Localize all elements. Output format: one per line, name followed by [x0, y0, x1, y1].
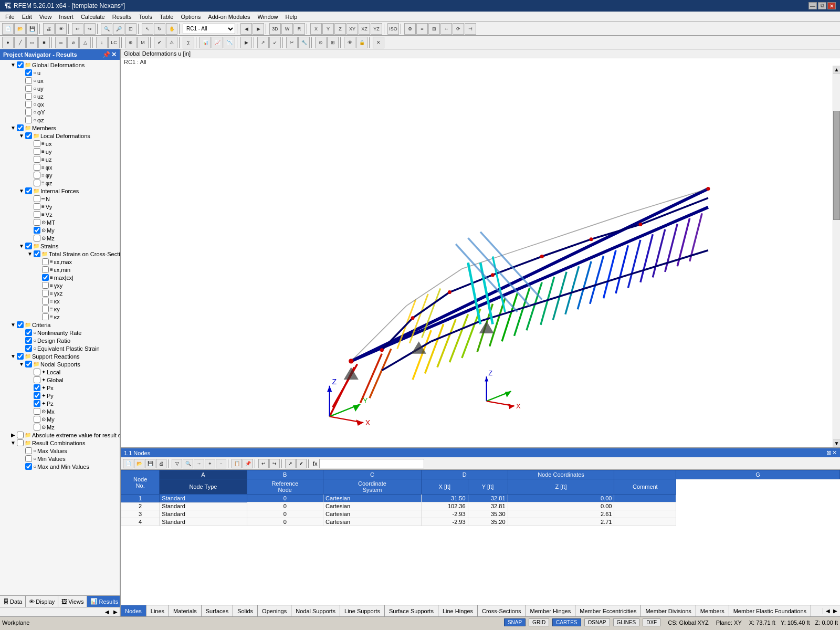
tb2-spring[interactable]: ⌀: [67, 37, 79, 48]
tb-settings2[interactable]: ≡: [416, 23, 428, 35]
tree-result-combinations[interactable]: ▼ 📁 Result Combinations: [1, 439, 119, 447]
cb-internal-forces[interactable]: [25, 187, 32, 194]
menu-edit[interactable]: Edit: [19, 13, 35, 21]
bt-copy[interactable]: 📋: [232, 459, 242, 468]
tree-ns-local[interactable]: ✦Local: [18, 368, 119, 376]
tabs-scroll-right[interactable]: ▶: [832, 608, 839, 614]
bottom-panel-close[interactable]: ✕: [832, 449, 837, 456]
cb-max-min-values[interactable]: [25, 463, 32, 470]
snap-btn[interactable]: SNAP: [504, 618, 526, 626]
print-prev-btn[interactable]: 👁: [55, 23, 67, 35]
tree-l-phix[interactable]: ≡φx: [18, 163, 119, 171]
cb-members[interactable]: [17, 124, 24, 131]
tree-ky[interactable]: ≡κy: [26, 305, 119, 313]
rotate-btn[interactable]: ↻: [154, 23, 165, 35]
cb-local-def[interactable]: [25, 132, 32, 139]
tb2-material[interactable]: M: [137, 37, 149, 48]
tree-ex-max[interactable]: ≡εx,max: [26, 258, 119, 266]
tab-surface-supports[interactable]: Surface Supports: [385, 605, 438, 616]
tree-Mz[interactable]: ⊙Mz: [18, 234, 119, 242]
expand-local-def[interactable]: ▼: [18, 133, 25, 139]
tree-l-uz[interactable]: ≡uz: [18, 155, 119, 163]
tree-Pz[interactable]: ✦Pz: [18, 400, 119, 407]
tb2-cut1[interactable]: ✂: [286, 37, 298, 48]
menu-help[interactable]: Help: [282, 13, 301, 21]
tree-strains[interactable]: ▼ 📁 Strains: [9, 242, 119, 250]
tab-nodal-supports[interactable]: Nodal Supports: [291, 605, 340, 616]
tree-max-values[interactable]: ○Max Values: [9, 447, 119, 455]
tree-l-phiy[interactable]: ≡φy: [18, 171, 119, 179]
bt-delete-row[interactable]: -: [216, 459, 226, 468]
cb-global-def[interactable]: [17, 61, 24, 68]
bt-export[interactable]: ↗: [285, 459, 296, 468]
tree-support-reactions[interactable]: ▼ 📁 Support Reactions: [1, 352, 119, 360]
table-row[interactable]: 2 Standard 0 Cartesian 102.36 32.81 0.00: [121, 502, 840, 510]
tab-member-divisions[interactable]: Member Divisions: [641, 605, 696, 616]
cb-ux[interactable]: [25, 77, 32, 84]
tab-results[interactable]: 📊Results: [87, 596, 121, 607]
cb-criteria[interactable]: [17, 321, 24, 328]
tree-criteria[interactable]: ▼ 📁 Criteria: [1, 321, 119, 329]
tree-gxz[interactable]: ≡γxz: [26, 289, 119, 297]
tb-settings3[interactable]: ⊞: [428, 23, 440, 35]
cb-ns-global[interactable]: [34, 376, 40, 383]
tree-abs-extreme[interactable]: ▶ 📁 Absolute extreme value for result co…: [1, 431, 119, 439]
bt-redo[interactable]: ↪: [269, 459, 280, 468]
tb-z[interactable]: Z: [334, 23, 346, 35]
tb-y[interactable]: Y: [322, 23, 334, 35]
cb-Myx[interactable]: [34, 416, 40, 423]
cb-u[interactable]: [25, 69, 32, 76]
next-btn[interactable]: ▶: [253, 23, 264, 35]
table-row[interactable]: 1 Standard 0 Cartesian 31.50 32.81 0.00: [121, 495, 840, 502]
tabs-scroll-left[interactable]: ◀: [824, 608, 832, 614]
expand-strains[interactable]: ▼: [18, 243, 25, 249]
cb-l-phiy[interactable]: [34, 172, 40, 178]
scroll-thumb[interactable]: [833, 111, 840, 220]
tb-render[interactable]: R: [293, 23, 305, 35]
scroll-left[interactable]: ◀: [103, 609, 111, 615]
tab-line-hinges[interactable]: Line Hinges: [438, 605, 478, 616]
cb-Mz[interactable]: [34, 235, 40, 242]
bt-print[interactable]: 🖨: [156, 459, 166, 468]
tb2-snap[interactable]: ⊙: [315, 37, 327, 48]
tb2-cut2[interactable]: 🔧: [298, 37, 310, 48]
tb2-line[interactable]: ╱: [14, 37, 26, 48]
pan-btn[interactable]: ✋: [166, 23, 177, 35]
cb-max-values[interactable]: [25, 447, 32, 454]
tree-Vz[interactable]: ≡Vz: [18, 211, 119, 218]
tab-line-supports[interactable]: Line Supports: [340, 605, 385, 616]
tb2-surface[interactable]: ▭: [26, 37, 38, 48]
minimize-button[interactable]: —: [808, 2, 817, 9]
cb-uy[interactable]: [25, 85, 32, 92]
tree-ux[interactable]: ○ux: [9, 77, 119, 85]
tree-Vy[interactable]: ≡Vy: [18, 203, 119, 211]
tree-ex-min[interactable]: ≡εx,min: [26, 266, 119, 274]
cb-abs-extreme[interactable]: [17, 432, 24, 438]
tb-yz[interactable]: YZ: [371, 23, 382, 35]
redo-btn[interactable]: ↪: [84, 23, 96, 35]
cb-Pz[interactable]: [34, 400, 40, 407]
panel-pin[interactable]: 📌: [102, 51, 110, 58]
print-btn[interactable]: 🖨: [43, 23, 55, 35]
expand-total-strains[interactable]: ▼: [26, 251, 34, 257]
tree-max-min-values[interactable]: ○Max and Min Values: [9, 463, 119, 470]
cb-gxz[interactable]: [42, 290, 49, 297]
cb-strains[interactable]: [25, 243, 32, 249]
undo-btn[interactable]: ↩: [72, 23, 83, 35]
menu-addon[interactable]: Add-on Modules: [205, 13, 253, 21]
expand-nodal-supports[interactable]: ▼: [18, 361, 25, 367]
tree-N[interactable]: ━N: [18, 195, 119, 203]
tree-l-uy[interactable]: ≡uy: [18, 148, 119, 155]
menu-calculate[interactable]: Calculate: [78, 13, 108, 21]
cb-l-phiz[interactable]: [34, 180, 40, 186]
tb2-export[interactable]: ↗: [257, 37, 269, 48]
expand-global-def[interactable]: ▼: [9, 62, 17, 68]
bottom-panel-float[interactable]: ⊠: [826, 449, 831, 456]
osnap-btn[interactable]: OSNAP: [584, 618, 610, 626]
tab-data[interactable]: 🗄Data: [0, 596, 26, 607]
tab-solids[interactable]: Solids: [233, 605, 258, 616]
tb-move[interactable]: ↔: [440, 23, 452, 35]
cb-Py[interactable]: [34, 392, 40, 399]
tb-iso[interactable]: ISO: [387, 23, 399, 35]
tb2-res2[interactable]: 📈: [212, 37, 223, 48]
